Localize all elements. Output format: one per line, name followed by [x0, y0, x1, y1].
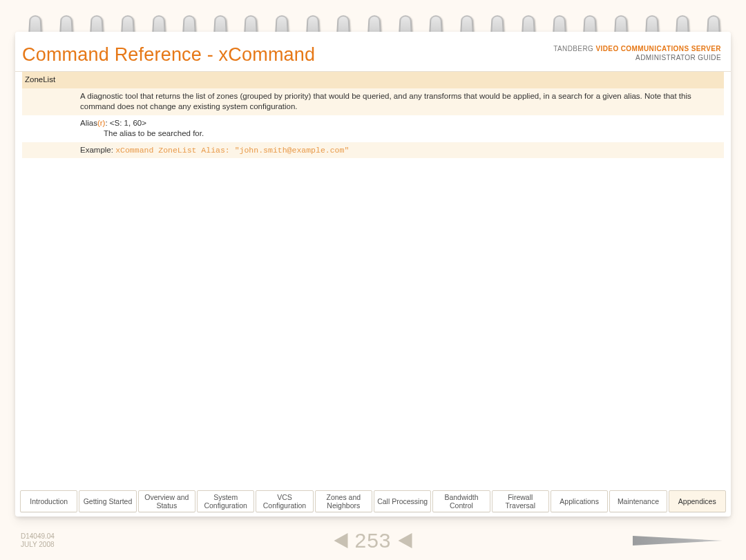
- tab-zones-neighbors[interactable]: Zones and Neighbors: [315, 490, 372, 512]
- example-label: Example:: [80, 146, 113, 154]
- tab-getting-started[interactable]: Getting Started: [79, 490, 136, 512]
- doc-date: JULY 2008: [21, 541, 55, 550]
- doc-subtitle: ADMINISTRATOR GUIDE: [553, 53, 721, 62]
- next-page-icon[interactable]: [399, 533, 412, 548]
- page-nav: 253: [334, 529, 412, 552]
- page-title: Command Reference - xCommand: [22, 44, 315, 66]
- content-area: ZoneList A diagnostic tool that returns …: [15, 72, 731, 158]
- brand-name: TANDBERG: [553, 45, 593, 52]
- tab-firewall-traversal[interactable]: Firewall Traversal: [492, 490, 549, 512]
- tab-appendices[interactable]: Appendices: [669, 490, 726, 512]
- command-title-row: ZoneList: [22, 72, 724, 88]
- param-label: Alias: [80, 119, 97, 127]
- header-meta: TANDBERG VIDEO COMMUNICATIONS SERVER ADM…: [553, 44, 721, 62]
- param-signature: : <S: 1, 60>: [105, 119, 146, 127]
- command-parameter-row: Alias(r): <S: 1, 60> The alias to be sea…: [22, 115, 724, 142]
- logo-mark: [633, 536, 723, 545]
- tab-vcs-configuration[interactable]: VCS Configuration: [256, 490, 313, 512]
- footer-meta: D14049.04 JULY 2008: [21, 532, 55, 550]
- doc-id: D14049.04: [21, 532, 55, 541]
- page-number: 253: [354, 529, 391, 552]
- document-page: Command Reference - xCommand TANDBERG VI…: [15, 32, 731, 516]
- tab-introduction[interactable]: Introduction: [20, 490, 77, 512]
- command-name: ZoneList: [22, 72, 80, 88]
- tab-system-configuration[interactable]: System Configuration: [197, 490, 254, 512]
- tab-call-processing[interactable]: Call Processing: [374, 490, 431, 512]
- example-code: xCommand ZoneList Alias: "john.smith@exa…: [115, 146, 349, 155]
- tab-applications[interactable]: Applications: [551, 490, 608, 512]
- command-description-row: A diagnostic tool that returns the list …: [22, 88, 724, 115]
- page-header: Command Reference - xCommand TANDBERG VI…: [15, 32, 731, 72]
- tab-maintenance[interactable]: Maintenance: [609, 490, 667, 512]
- page-footer: D14049.04 JULY 2008 253: [21, 527, 725, 554]
- tab-overview-status[interactable]: Overview and Status: [138, 490, 195, 512]
- command-example-row: Example: xCommand ZoneList Alias: "john.…: [22, 142, 724, 159]
- command-description: A diagnostic tool that returns the list …: [80, 88, 724, 115]
- tab-bandwidth-control[interactable]: Bandwidth Control: [432, 490, 490, 512]
- param-description: The alias to be searched for.: [80, 128, 720, 139]
- param-required-marker: (r): [97, 119, 106, 127]
- nav-tabs: Introduction Getting Started Overview an…: [20, 490, 726, 512]
- product-name: VIDEO COMMUNICATIONS SERVER: [595, 45, 721, 52]
- prev-page-icon[interactable]: [334, 533, 347, 548]
